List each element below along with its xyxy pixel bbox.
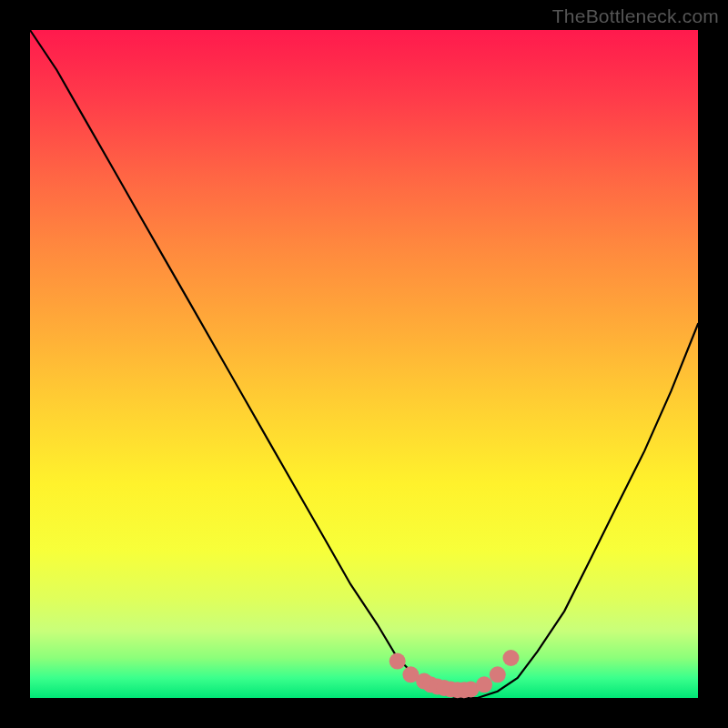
plot-area: [30, 30, 698, 698]
optimum-marker: [490, 666, 506, 682]
optimum-marker: [476, 676, 492, 693]
optimum-marker: [503, 650, 520, 666]
chart-frame: TheBottleneck.com: [0, 0, 728, 728]
watermark-text: TheBottleneck.com: [552, 5, 719, 27]
bottleneck-curve: [30, 30, 698, 698]
curve-svg: [30, 30, 698, 698]
optimum-marker: [389, 653, 406, 670]
